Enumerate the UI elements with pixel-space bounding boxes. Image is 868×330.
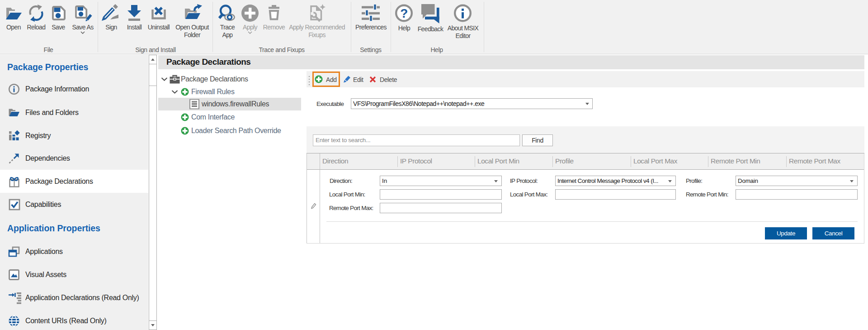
svg-text:?: ? (400, 6, 408, 20)
